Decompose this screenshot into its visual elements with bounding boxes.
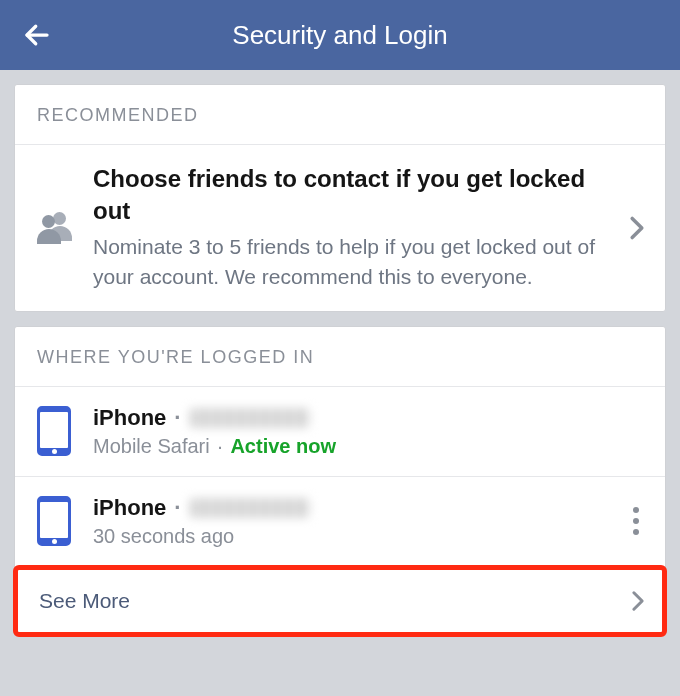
trusted-contacts-title: Choose friends to contact if you get loc… <box>93 163 617 228</box>
session-overflow-button[interactable] <box>617 507 645 535</box>
chevron-right-icon <box>617 215 645 241</box>
session-device: iPhone <box>93 405 166 431</box>
back-arrow-icon <box>22 20 52 50</box>
recommended-card: RECOMMENDED Choose friends to contact if… <box>14 84 666 312</box>
session-browser: Mobile Safari <box>93 435 210 457</box>
session-location-redacted <box>190 498 310 518</box>
session-row[interactable]: iPhone · 30 seconds ago <box>15 476 665 566</box>
session-location-redacted <box>190 408 310 428</box>
iphone-icon <box>37 496 71 546</box>
sessions-section-label: WHERE YOU'RE LOGGED IN <box>15 327 665 387</box>
session-status: Active now <box>230 435 336 457</box>
iphone-icon <box>37 406 71 456</box>
see-more-label: See More <box>39 589 130 613</box>
session-separator: · <box>172 495 182 521</box>
friends-icon <box>37 212 93 244</box>
more-vertical-icon <box>627 507 645 535</box>
session-time: 30 seconds ago <box>93 525 234 547</box>
session-sub-separator: · <box>215 435 225 457</box>
trusted-contacts-desc: Nominate 3 to 5 friends to help if you g… <box>93 232 617 293</box>
recommended-section-label: RECOMMENDED <box>15 85 665 145</box>
session-separator: · <box>172 405 182 431</box>
back-button[interactable] <box>22 20 52 50</box>
session-row[interactable]: iPhone · Mobile Safari · Active now <box>15 387 665 476</box>
app-header: Security and Login <box>0 0 680 70</box>
page-title: Security and Login <box>20 20 660 51</box>
trusted-contacts-row[interactable]: Choose friends to contact if you get loc… <box>15 145 665 311</box>
see-more-button[interactable]: See More <box>15 566 665 635</box>
session-device: iPhone <box>93 495 166 521</box>
chevron-right-icon <box>631 590 645 612</box>
sessions-card: WHERE YOU'RE LOGGED IN iPhone · Mobile S… <box>14 326 666 636</box>
